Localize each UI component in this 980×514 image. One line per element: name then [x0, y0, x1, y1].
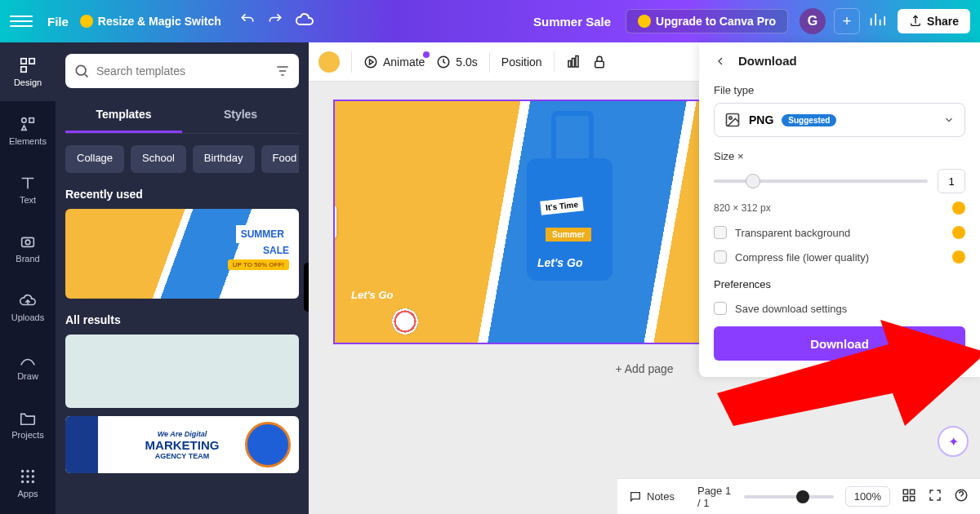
- redo-button[interactable]: [267, 11, 283, 31]
- upgrade-button[interactable]: Upgrade to Canva Pro: [626, 9, 788, 33]
- svg-rect-20: [572, 58, 574, 67]
- zoom-percent[interactable]: 100%: [845, 486, 890, 507]
- background-color-swatch[interactable]: [318, 51, 340, 73]
- rail-text[interactable]: Text: [0, 160, 56, 219]
- svg-point-8: [27, 471, 29, 472]
- search-input[interactable]: [96, 64, 268, 78]
- prev-page-handle[interactable]: ‹: [333, 206, 336, 238]
- document-title[interactable]: Summer Sale: [533, 15, 611, 29]
- pro-badge-icon: [952, 226, 965, 239]
- chip-school[interactable]: School: [131, 145, 186, 173]
- rail-uploads[interactable]: Uploads: [0, 277, 56, 336]
- share-label: Share: [927, 15, 959, 28]
- rail-projects[interactable]: Projects: [0, 395, 56, 454]
- position-button[interactable]: Position: [501, 55, 542, 69]
- sync-status-icon[interactable]: [295, 10, 314, 33]
- size-label: Size ×: [714, 150, 965, 162]
- rail-apps[interactable]: Apps: [0, 454, 56, 512]
- svg-point-12: [33, 476, 34, 477]
- help-icon[interactable]: [954, 488, 969, 505]
- chip-food[interactable]: Food: [261, 145, 299, 173]
- dimensions-text: 820 × 312 px: [714, 202, 771, 214]
- share-button[interactable]: Share: [898, 9, 970, 33]
- svg-rect-1: [29, 59, 34, 64]
- svg-marker-25: [717, 320, 980, 426]
- magic-assistant-icon[interactable]: ✦: [938, 426, 969, 457]
- filetype-select[interactable]: PNG Suggested: [714, 103, 965, 137]
- pro-badge-icon: [952, 202, 965, 215]
- templates-panel: Templates Styles Collage School Birthday…: [56, 42, 309, 514]
- rail-elements[interactable]: Elements: [0, 101, 56, 160]
- compress-option[interactable]: Compress file (lower quality): [714, 250, 965, 264]
- svg-rect-5: [22, 237, 34, 246]
- pro-badge-icon: [952, 250, 965, 264]
- transparency-icon[interactable]: [566, 55, 581, 69]
- svg-point-17: [365, 56, 376, 68]
- suggested-badge: Suggested: [782, 114, 836, 126]
- rail-brand[interactable]: Brand: [0, 219, 56, 277]
- animate-button[interactable]: Animate: [363, 55, 425, 69]
- lock-icon[interactable]: [592, 55, 607, 69]
- svg-rect-21: [576, 55, 578, 67]
- resize-label: Resize & Magic Switch: [98, 15, 221, 28]
- template-thumb-recent[interactable]: SUMMER SALE UP TO 50% OFF! freebiegreats…: [65, 209, 299, 299]
- svg-rect-29: [911, 497, 915, 501]
- svg-rect-26: [903, 490, 907, 494]
- tab-templates[interactable]: Templates: [65, 100, 182, 133]
- add-member-button[interactable]: +: [834, 8, 860, 34]
- back-icon[interactable]: [714, 55, 727, 68]
- annotation-arrow-icon: [717, 304, 980, 426]
- checkbox-icon: [714, 250, 727, 264]
- notes-button[interactable]: Notes: [629, 490, 675, 503]
- size-slider[interactable]: [714, 179, 928, 183]
- filter-icon[interactable]: [274, 63, 291, 79]
- size-value[interactable]: 1: [938, 169, 965, 193]
- fullscreen-icon[interactable]: [928, 488, 942, 505]
- search-icon: [74, 63, 90, 79]
- image-icon: [724, 112, 741, 128]
- undo-button[interactable]: [239, 11, 256, 31]
- svg-point-24: [729, 117, 732, 119]
- template-thumb-1[interactable]: [65, 335, 299, 408]
- zoom-slider[interactable]: [744, 495, 834, 498]
- svg-point-9: [33, 471, 34, 472]
- svg-rect-28: [903, 497, 907, 501]
- crown-icon: [80, 15, 93, 28]
- svg-point-11: [27, 476, 29, 477]
- template-thumb-2[interactable]: We Are Digital MARKETING AGENCY TEAM: [65, 416, 299, 473]
- download-title: Download: [738, 54, 797, 68]
- chevron-down-icon: [943, 114, 955, 126]
- filetype-value: PNG: [749, 113, 773, 126]
- grid-view-icon[interactable]: [902, 488, 916, 505]
- rail-design[interactable]: Design: [0, 42, 56, 101]
- tab-styles[interactable]: Styles: [182, 100, 299, 133]
- rail-draw[interactable]: Draw: [0, 336, 56, 395]
- recent-heading: Recently used: [65, 188, 299, 201]
- transparent-bg-option[interactable]: Transparent background: [714, 226, 965, 239]
- duration-button[interactable]: 5.0s: [436, 55, 477, 69]
- avatar[interactable]: G: [800, 8, 826, 34]
- svg-point-16: [76, 65, 86, 75]
- svg-point-3: [22, 118, 27, 123]
- svg-point-10: [22, 476, 24, 477]
- top-bar: File Resize & Magic Switch Summer Sale U…: [0, 0, 980, 42]
- svg-rect-19: [568, 60, 571, 67]
- svg-point-7: [22, 471, 24, 472]
- allresults-heading: All results: [65, 313, 299, 326]
- resize-magic-switch[interactable]: Resize & Magic Switch: [80, 15, 221, 28]
- menu-icon[interactable]: [10, 10, 33, 33]
- chip-collage[interactable]: Collage: [65, 145, 124, 173]
- chip-birthday[interactable]: Birthday: [193, 145, 255, 173]
- insights-icon[interactable]: [868, 11, 886, 32]
- left-rail: Design Elements Text Brand Uploads Draw …: [0, 42, 56, 514]
- file-menu[interactable]: File: [47, 15, 69, 29]
- svg-rect-4: [29, 118, 34, 123]
- add-page-button[interactable]: + Add page: [615, 362, 673, 375]
- svg-rect-2: [21, 67, 26, 72]
- svg-point-14: [27, 481, 29, 483]
- svg-point-15: [33, 481, 34, 483]
- search-field[interactable]: [65, 54, 299, 88]
- preferences-heading: Preferences: [714, 278, 965, 290]
- page-count[interactable]: Page 1 / 1: [697, 485, 733, 509]
- crown-icon: [638, 15, 651, 28]
